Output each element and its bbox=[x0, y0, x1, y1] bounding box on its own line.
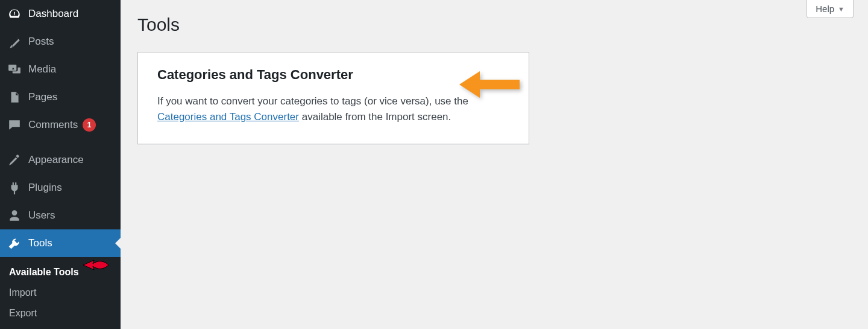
sidebar-item-label: Tools bbox=[28, 237, 52, 249]
dashboard-icon bbox=[7, 6, 22, 22]
help-label: Help bbox=[816, 4, 834, 14]
converter-card: Categories and Tags Converter If you wan… bbox=[137, 52, 529, 144]
sidebar-item-label: Plugins bbox=[28, 182, 62, 194]
sidebar-item-label: Appearance bbox=[28, 154, 84, 166]
submenu-item-available-tools[interactable]: Available Tools bbox=[0, 257, 121, 283]
card-text-after: available from the Import screen. bbox=[299, 111, 451, 123]
converter-link[interactable]: Categories and Tags Converter bbox=[157, 111, 299, 123]
sidebar-item-appearance[interactable]: Appearance bbox=[0, 146, 121, 174]
sidebar-item-dashboard[interactable]: Dashboard bbox=[0, 0, 121, 28]
brush-icon bbox=[7, 152, 22, 168]
comment-icon bbox=[7, 117, 22, 133]
pages-icon bbox=[7, 89, 22, 105]
sidebar-item-media[interactable]: Media bbox=[0, 56, 121, 83]
submenu-item-import[interactable]: Import bbox=[0, 283, 121, 303]
submenu-item-export[interactable]: Export bbox=[0, 303, 121, 324]
comments-badge: 1 bbox=[83, 118, 96, 132]
sidebar-item-comments[interactable]: Comments 1 bbox=[0, 111, 121, 139]
sidebar-item-pages[interactable]: Pages bbox=[0, 83, 121, 111]
submenu-label: Available Tools bbox=[9, 267, 79, 277]
card-description: If you want to convert your categories t… bbox=[157, 94, 509, 126]
sidebar-item-posts[interactable]: Posts bbox=[0, 28, 121, 56]
sidebar-item-users[interactable]: Users bbox=[0, 202, 121, 229]
sidebar-item-label: Posts bbox=[28, 36, 54, 48]
sidebar-item-label: Media bbox=[28, 63, 56, 75]
tools-submenu: Available Tools Import Export bbox=[0, 257, 121, 324]
user-icon bbox=[7, 208, 22, 223]
submenu-label: Import bbox=[9, 287, 36, 298]
submenu-label: Export bbox=[9, 308, 37, 318]
main-content: Help ▼ Tools Categories and Tags Convert… bbox=[121, 0, 868, 329]
pin-icon bbox=[7, 34, 22, 50]
admin-sidebar: Dashboard Posts Media Pages Comments 1 A… bbox=[0, 0, 121, 329]
card-text-before: If you want to convert your categories t… bbox=[157, 95, 468, 107]
sidebar-item-label: Dashboard bbox=[28, 8, 78, 20]
page-title: Tools bbox=[137, 0, 851, 35]
sidebar-item-label: Comments bbox=[28, 119, 78, 131]
card-title: Categories and Tags Converter bbox=[157, 67, 509, 83]
annotation-red-arrow-icon bbox=[80, 258, 110, 274]
sidebar-item-label: Pages bbox=[28, 91, 57, 103]
media-icon bbox=[7, 62, 22, 77]
wrench-icon bbox=[7, 235, 22, 251]
sidebar-item-tools[interactable]: Tools bbox=[0, 229, 121, 257]
plug-icon bbox=[7, 180, 22, 196]
sidebar-item-plugins[interactable]: Plugins bbox=[0, 174, 121, 202]
chevron-down-icon: ▼ bbox=[838, 5, 844, 13]
sidebar-item-label: Users bbox=[28, 209, 55, 222]
help-tab[interactable]: Help ▼ bbox=[807, 0, 854, 18]
